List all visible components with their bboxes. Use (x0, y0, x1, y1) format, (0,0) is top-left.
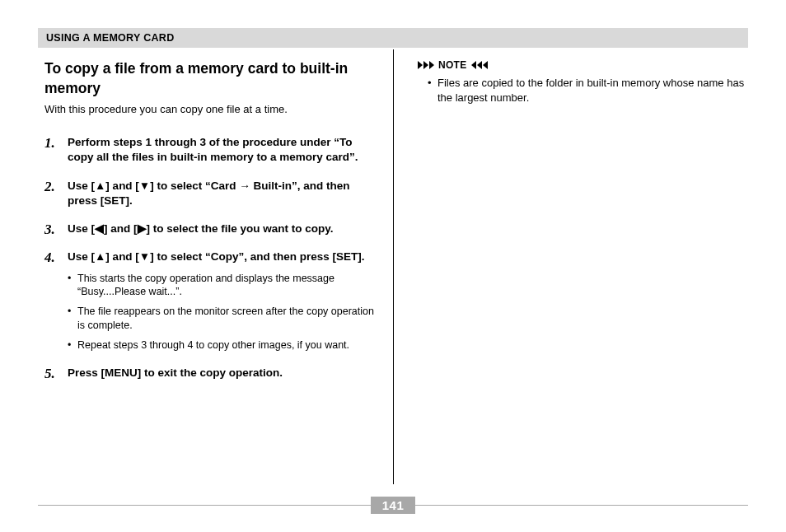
note-list: Files are copied to the folder in built-… (418, 76, 748, 105)
step-item: Use [◀] and [▶] to select the file you w… (44, 222, 375, 236)
substep-item: This starts the copy operation and displ… (68, 272, 375, 300)
substep-item: Repeat steps 3 through 4 to copy other i… (68, 338, 375, 352)
substep-list: This starts the copy operation and displ… (68, 272, 375, 352)
left-column: To copy a file from a memory card to bui… (38, 59, 393, 394)
steps-list: Perform steps 1 through 3 of the procedu… (44, 135, 375, 380)
topic-intro: With this procedure you can copy one fil… (44, 103, 375, 115)
step-item: Press [MENU] to exit the copy operation. (44, 366, 375, 380)
footer-rule (415, 505, 748, 506)
step-item: Perform steps 1 through 3 of the procedu… (44, 135, 375, 165)
note-label: NOTE (438, 59, 467, 71)
step-text: Use [▲] and [▼] to select “Copy”, and th… (68, 250, 375, 264)
note-heading: NOTE (418, 59, 748, 71)
footer-rule (38, 505, 371, 506)
step-text: Press [MENU] to exit the copy operation. (68, 366, 375, 380)
substep-item: The file reappears on the monitor screen… (68, 305, 375, 333)
step-text: Use [▲] and [▼] to select “Card → Built-… (68, 179, 375, 208)
page-number: 141 (371, 497, 416, 514)
note-decor-left-icon (471, 61, 488, 69)
topic-title: To copy a file from a memory card to bui… (44, 59, 375, 98)
step-text: Perform steps 1 through 3 of the procedu… (68, 135, 375, 165)
section-header: USING A MEMORY CARD (38, 28, 748, 48)
step-text: Use [◀] and [▶] to select the file you w… (68, 222, 375, 236)
step-item: Use [▲] and [▼] to select “Card → Built-… (44, 179, 375, 208)
note-decor-right-icon (418, 61, 434, 69)
step-item: Use [▲] and [▼] to select “Copy”, and th… (44, 250, 375, 352)
column-divider (393, 49, 394, 484)
right-column: NOTE Files are copied to the folder in b… (393, 59, 748, 394)
note-item: Files are copied to the folder in built-… (428, 76, 748, 105)
page-footer: 141 (38, 497, 748, 514)
